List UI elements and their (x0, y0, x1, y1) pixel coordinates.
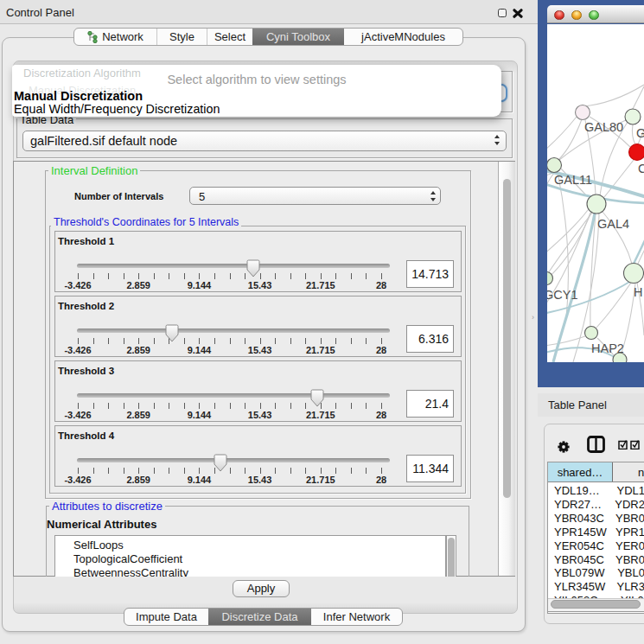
svg-text:H: H (634, 285, 642, 299)
svg-text:GAL11: GAL11 (554, 173, 592, 187)
svg-text:GA: GA (636, 126, 644, 140)
svg-text:HAP2: HAP2 (591, 341, 624, 355)
svg-text:C: C (638, 162, 644, 175)
svg-text:GAL4: GAL4 (597, 217, 629, 231)
svg-text:GAL80: GAL80 (584, 120, 623, 134)
svg-text:GCY1: GCY1 (547, 288, 578, 302)
